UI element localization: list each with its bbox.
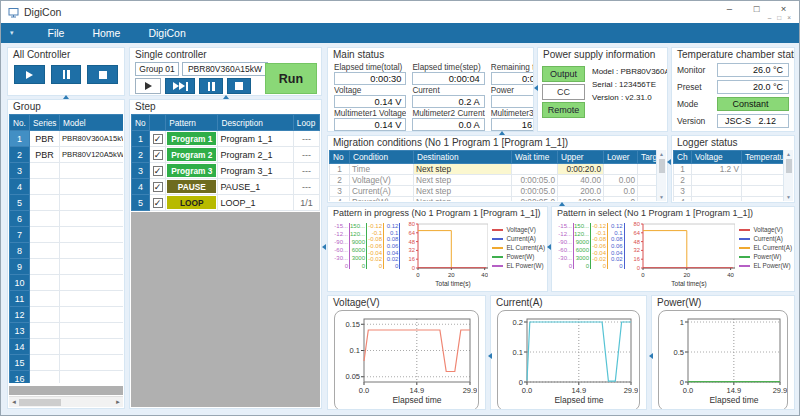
vertical-scrollbar[interactable]: ▲ ▼	[783, 150, 793, 201]
scroll-thumb[interactable]	[19, 399, 61, 406]
run-button[interactable]: Run	[265, 63, 317, 94]
menu-file[interactable]: File	[48, 27, 65, 39]
logger-row[interactable]: 4	[674, 197, 784, 202]
series-cell	[30, 291, 60, 307]
step-checkbox[interactable]: ✓	[153, 198, 163, 208]
group-panel: Group No.SeriesModel1PBRPBR80V360A15kW2P…	[7, 99, 125, 409]
migration-row[interactable]: 3Current(A)Next step0:00:05.0200.00.0	[330, 186, 657, 197]
logger-row[interactable]: 3	[674, 186, 784, 197]
remote-button[interactable]: Remote	[542, 102, 585, 118]
step-checkbox[interactable]: ✓	[153, 150, 163, 160]
all-play-button[interactable]	[14, 65, 45, 84]
output-button[interactable]: Output	[542, 66, 585, 82]
migration-row[interactable]: 1TimeNext step0:00:20.0	[330, 164, 657, 175]
column-header: No.	[10, 115, 30, 131]
group-row[interactable]: 4	[10, 179, 124, 195]
splitter-up-icon[interactable]	[223, 92, 229, 99]
single-stop-button[interactable]	[227, 78, 251, 94]
single-pause-button[interactable]	[199, 78, 223, 94]
chart-canvas: 00.510.014.929.9Elapsed time	[661, 313, 787, 406]
step-row[interactable]: 5✓LOOPLOOP_11/1	[132, 195, 320, 211]
group-row[interactable]: 8	[10, 243, 124, 259]
group-select-field[interactable]: Group 01	[135, 62, 179, 76]
cell: 0:00:20.0	[558, 164, 604, 175]
vertical-scrollbar[interactable]: ▲ ▼	[656, 150, 666, 201]
splitter-left-icon[interactable]	[531, 85, 538, 91]
splitter-up-icon[interactable]	[499, 128, 505, 135]
step-row[interactable]: 1✓Program 1Program 1_1---	[132, 131, 320, 147]
cell	[512, 164, 558, 175]
group-row[interactable]: 10	[10, 275, 124, 291]
logger-row[interactable]: 2	[674, 175, 784, 186]
scroll-right-icon[interactable]: ►	[113, 399, 123, 405]
step-row[interactable]: 4✓PAUSEPAUSE_1---	[132, 179, 320, 195]
app-icon	[8, 7, 19, 18]
step-checkbox[interactable]: ✓	[153, 134, 163, 144]
axis-current-a-: 0.120.10.080.060.040.020	[386, 223, 400, 269]
cell	[638, 186, 657, 197]
migration-row[interactable]: 2Voltage(V)Next step0:00:05.040.000.00	[330, 175, 657, 186]
step-checkbox[interactable]: ✓	[153, 166, 163, 176]
group-row[interactable]: 11	[10, 291, 124, 307]
pattern-select-chart: -15...-12...-90...-60...-30...0150...120…	[552, 220, 794, 288]
status-label: Power	[491, 86, 534, 95]
single-play-button[interactable]	[135, 78, 161, 94]
mini-minimize-icon[interactable]: –	[768, 14, 772, 21]
migration-row[interactable]: 4Power(W)Next step0:00:05.0100000	[330, 197, 657, 202]
group-row[interactable]: 6	[10, 211, 124, 227]
group-row[interactable]: 5	[10, 195, 124, 211]
splitter-left-icon[interactable]	[544, 244, 551, 250]
axis-el-current-a-: -0.12-0.1-0.08-0.06-0.04-0.020	[593, 223, 608, 269]
info-line: Model : PBR80V360A15kW	[592, 66, 668, 79]
model-field[interactable]: PBR80V360A15kW	[182, 62, 268, 76]
cell: 4	[674, 197, 692, 202]
scroll-down-icon[interactable]: ▼	[659, 194, 664, 200]
scroll-left-icon[interactable]: ◄	[9, 399, 19, 405]
splitter-left-icon[interactable]	[319, 244, 326, 250]
scroll-up-icon[interactable]: ▲	[659, 151, 664, 157]
group-row[interactable]: 13	[10, 323, 124, 339]
group-row[interactable]: 1PBRPBR80V360A15kW	[10, 131, 124, 147]
info-line: Serial : 123456TE	[592, 79, 668, 92]
group-row[interactable]: 3	[10, 163, 124, 179]
pattern-chart-body: -15...-12...-90...-60...-30...0150...120…	[552, 220, 794, 288]
group-row[interactable]: 2PBRPBR80V120A5kW	[10, 147, 124, 163]
single-skip-button[interactable]	[165, 78, 195, 94]
splitter-left-icon[interactable]	[664, 159, 671, 165]
menu-digicon[interactable]: DigiCon	[148, 27, 185, 39]
group-row[interactable]: 12	[10, 307, 124, 323]
series-cell	[30, 163, 60, 179]
maximize-button[interactable]: □	[743, 2, 770, 15]
menu-home[interactable]: Home	[92, 27, 120, 39]
all-pause-button[interactable]	[51, 65, 82, 84]
minimize-button[interactable]: –	[716, 2, 743, 15]
logger-table: ChVoltageTemperature11.2 V234	[673, 150, 783, 201]
step-checkbox[interactable]: ✓	[153, 182, 163, 192]
status-label: Multimeter1 Voltage	[334, 109, 406, 118]
logger-row[interactable]: 11.2 V	[674, 164, 784, 175]
single-controller-panel: Single controller Group 01 PBR80V360A15k…	[129, 47, 322, 96]
cc-button[interactable]: CC	[542, 84, 585, 100]
splitter-left-icon[interactable]	[485, 353, 492, 359]
mini-restore-icon[interactable]: □	[777, 14, 781, 21]
horizontal-scrollbar[interactable]: ◄ ►	[9, 396, 123, 407]
mini-close-icon[interactable]: ×	[787, 14, 791, 21]
model-cell	[60, 371, 124, 384]
step-row[interactable]: 3✓Program 3Program 3_1---	[132, 163, 320, 179]
group-row[interactable]: 14	[10, 339, 124, 355]
all-stop-button[interactable]	[87, 65, 118, 84]
group-row[interactable]: 15	[10, 355, 124, 371]
group-row[interactable]: 9	[10, 259, 124, 275]
scroll-up-icon[interactable]: ▲	[786, 151, 791, 157]
step-row[interactable]: 2✓Program 2Program 2_1---	[132, 147, 320, 163]
scroll-down-icon[interactable]: ▼	[786, 194, 791, 200]
group-row[interactable]: 7	[10, 227, 124, 243]
column-header: No	[330, 151, 350, 164]
splitter-left-icon[interactable]	[646, 353, 653, 359]
splitter-up-icon[interactable]	[63, 92, 69, 99]
status-label: Remaining time	[491, 63, 534, 72]
group-row[interactable]: 16	[10, 371, 124, 384]
scroll-thumb[interactable]	[786, 159, 792, 173]
splitter-up-icon[interactable]	[559, 199, 565, 206]
play-icon	[145, 82, 152, 90]
